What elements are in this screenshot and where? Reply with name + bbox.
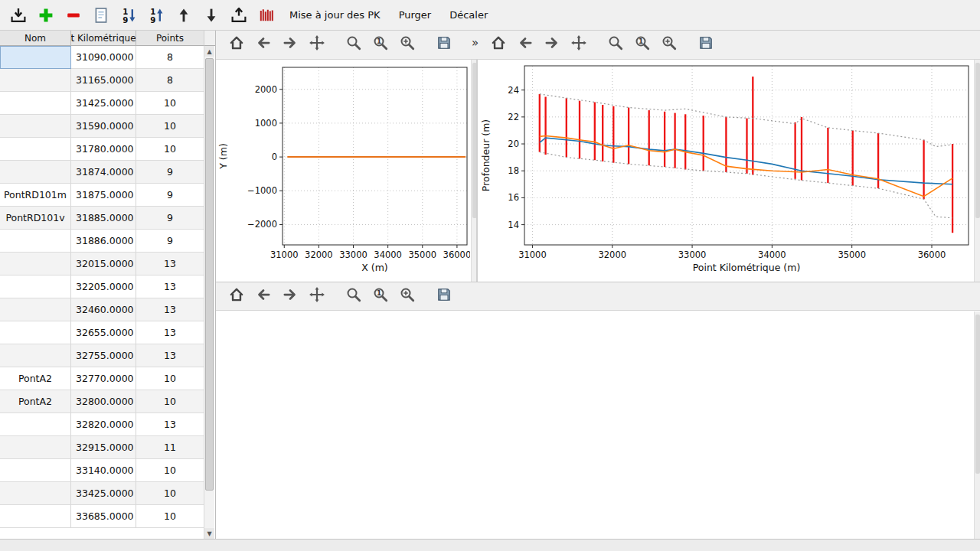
add-button[interactable] [35,5,57,26]
table-cell[interactable]: 13 [136,298,204,321]
back-button[interactable] [253,285,273,305]
move-down-button[interactable] [201,5,222,26]
zoom-one-button[interactable]: 1 [371,33,390,53]
table-cell[interactable] [0,482,71,505]
zoom-one-button[interactable]: 1 [371,285,390,305]
profile-plot-canvas[interactable]: 3100032000330003400035000360001416182022… [479,60,975,282]
bottom-plot-scrollbar[interactable] [974,311,980,539]
update-pk-button[interactable]: Mise à jour des PK [283,5,387,25]
zoom-button[interactable] [606,33,626,53]
table-cell[interactable]: 32655.0000 [71,321,136,344]
sort-descending-button[interactable]: 1 9 [118,5,139,26]
table-cell[interactable] [0,46,71,69]
home-button[interactable] [227,285,247,305]
save-button[interactable] [434,33,454,53]
zoom-button[interactable] [344,285,364,305]
table-cell[interactable]: 10 [136,138,204,161]
empty-plot-area[interactable] [216,311,974,539]
table-cell[interactable] [0,138,71,161]
pan-button[interactable] [569,33,589,53]
save-button[interactable] [434,285,454,305]
scrollbar-thumb[interactable] [205,58,214,491]
forward-button[interactable] [280,33,300,53]
pan-button[interactable] [307,33,327,53]
table-cell[interactable]: 13 [136,253,204,276]
table-cell[interactable] [0,276,71,298]
table-cell[interactable] [0,298,71,321]
plots-divider[interactable] [476,60,478,282]
table-cell[interactable]: 31165.0000 [71,69,136,92]
table-cell[interactable]: 10 [136,115,204,138]
table-cell[interactable]: 32460.0000 [71,298,136,321]
table-cell[interactable]: PontRD101v [0,207,71,230]
home-button[interactable] [488,33,508,53]
table-cell[interactable]: 31874.0000 [71,161,136,184]
table-cell[interactable] [0,92,71,115]
table-cell[interactable]: 33425.0000 [71,482,136,505]
trace-plot-canvas[interactable]: 310003200033000340003500036000−2000−1000… [216,60,471,282]
table-cell[interactable] [0,161,71,184]
table-cell[interactable] [0,505,71,528]
table-cell[interactable]: 32820.0000 [71,413,136,436]
zoom-button[interactable] [344,33,364,53]
table-scrollbar[interactable]: ▲ ▼ [204,46,214,539]
back-button[interactable] [515,33,535,53]
toolbar-overflow-button[interactable]: » [472,36,479,50]
zoom-rect-button[interactable] [659,33,679,53]
table-cell[interactable] [0,253,71,276]
home-button[interactable] [227,33,247,53]
back-button[interactable] [253,33,273,53]
column-header-nom[interactable]: Nom [0,31,71,46]
table-cell[interactable]: 31590.0000 [71,115,136,138]
table-cell[interactable]: 32205.0000 [71,276,136,298]
shift-button[interactable]: Décaler [443,5,494,25]
table-cell[interactable]: 10 [136,367,204,390]
zoom-rect-button[interactable] [397,285,417,305]
table-cell[interactable]: 32755.0000 [71,344,136,367]
purge-button[interactable]: Purger [393,5,438,25]
table-cell[interactable]: 33685.0000 [71,505,136,528]
table-cell[interactable]: 13 [136,413,204,436]
column-header-points[interactable]: Points [136,31,204,46]
import-button[interactable] [8,5,29,26]
forward-button[interactable] [542,33,562,53]
table-cell[interactable]: 13 [136,344,204,367]
table-cell[interactable]: 13 [136,321,204,344]
edit-button[interactable] [90,5,112,26]
table-cell[interactable]: 31885.0000 [71,207,136,230]
table-cell[interactable] [0,436,71,459]
table-cell[interactable]: 10 [136,505,204,528]
table-cell[interactable]: 8 [136,69,204,92]
table-cell[interactable]: 9 [136,161,204,184]
move-up-button[interactable] [173,5,194,26]
sort-ascending-button[interactable]: 1 9 [145,5,167,26]
remove-button[interactable] [63,5,84,26]
column-header-point-kilometrique[interactable]: t Kilométrique [71,31,136,46]
table-cell[interactable]: 32015.0000 [71,253,136,276]
table-cell[interactable]: 10 [136,482,204,505]
table-cell[interactable] [0,115,71,138]
save-button[interactable] [696,33,716,53]
table-cell[interactable]: 10 [136,92,204,115]
table-cell[interactable]: 31780.0000 [71,138,136,161]
table-cell[interactable]: 32800.0000 [71,390,136,413]
table-cell[interactable]: 10 [136,390,204,413]
table-cell[interactable]: 33140.0000 [71,459,136,482]
table-cell[interactable]: 31886.0000 [71,230,136,253]
table-cell[interactable] [0,344,71,367]
zoom-rect-button[interactable] [397,33,417,53]
export-button[interactable] [228,5,250,26]
forward-button[interactable] [280,285,300,305]
table-cell[interactable]: 31875.0000 [71,184,136,207]
table-cell[interactable]: 31090.0000 [71,46,136,69]
scroll-down-arrow-icon[interactable]: ▼ [204,528,214,539]
table-cell[interactable] [0,321,71,344]
profiles-button[interactable] [256,5,277,26]
table-cell[interactable]: PontA2 [0,367,71,390]
table-cell[interactable]: 9 [136,184,204,207]
table-cell[interactable] [0,413,71,436]
table-cell[interactable]: PontRD101m [0,184,71,207]
table-cell[interactable]: 9 [136,207,204,230]
table-cell[interactable] [0,230,71,253]
table-cell[interactable]: 9 [136,230,204,253]
